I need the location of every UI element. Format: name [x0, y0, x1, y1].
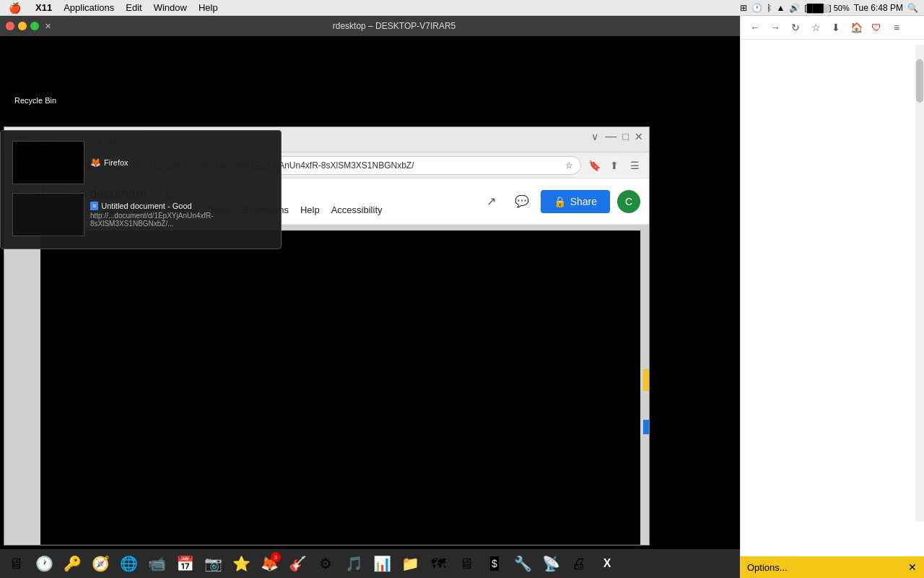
taskbar-firefox[interactable]: 🦊 3	[256, 551, 282, 577]
options-label[interactable]: Options...	[747, 562, 788, 573]
bw-chevron[interactable]: ∨	[591, 131, 598, 142]
rp-reload-button[interactable]: ↻	[787, 19, 804, 36]
share-button[interactable]: 🔒 Share	[541, 190, 610, 213]
menu-applications[interactable]: Applications	[64, 2, 114, 13]
taskbar-dashboard[interactable]: 📊	[369, 551, 395, 577]
taskbar-calendar[interactable]: 📅	[172, 551, 198, 577]
menu-x11[interactable]: X11	[35, 2, 52, 13]
taskbar-terminal[interactable]: $	[481, 551, 507, 577]
options-bar: Options... ✕	[740, 556, 924, 578]
tab-thumbnail-gdocs	[12, 193, 84, 236]
taskbar-finder[interactable]: 🖥	[3, 551, 29, 577]
tab-switcher-item-firefox[interactable]: 🦊 Firefox	[6, 137, 275, 189]
tab-switcher: 🦊 Firefox ≡ Untitled document - Good htt…	[0, 130, 282, 249]
recycle-bin[interactable]: 🗑 Recycle Bin	[14, 65, 56, 105]
comment-icon[interactable]: 💬	[510, 190, 533, 213]
right-panel-content	[741, 40, 924, 578]
x11-icon: X	[603, 557, 611, 570]
hamburger-icon[interactable]: ☰	[626, 157, 643, 174]
rp-home-button[interactable]: 🏠	[847, 19, 865, 36]
menu-edit[interactable]: Edit	[126, 2, 141, 13]
menubar-volume-icon: 🔊	[789, 3, 800, 13]
share-label: Share	[570, 196, 597, 207]
rdesktop-window: ✕ rdesktop – DESKTOP-V7IRAR5 🗑 Recycle B…	[0, 16, 740, 578]
keychain-icon: 🔑	[64, 555, 82, 572]
taskbar-maps[interactable]: 🗺	[425, 551, 451, 577]
menubar-bluetooth-icon: ᛒ	[767, 3, 772, 13]
share-icon[interactable]: ⬆	[606, 157, 623, 174]
world-clock-icon: 🕐	[35, 555, 53, 572]
taskbar-wifi[interactable]: 📡	[538, 551, 564, 577]
rp-menu-button[interactable]: ≡	[888, 19, 905, 36]
music-icon: 🎵	[345, 555, 363, 572]
rp-forward-button[interactable]: →	[767, 19, 784, 36]
traffic-lights	[6, 22, 39, 30]
scrollbar-thumb[interactable]	[916, 59, 923, 103]
network-icon: 🌐	[120, 555, 138, 572]
rdesktop-titlebar: ✕ rdesktop – DESKTOP-V7IRAR5	[0, 16, 740, 36]
menubar-wifi-icon: ▲	[776, 3, 785, 13]
menubar-time: Tue 6:48 PM	[854, 3, 903, 13]
mac-menubar: 🍎 X11 Applications Edit Window Help ⊞ 🕐 …	[0, 0, 924, 16]
options-close-icon[interactable]: ✕	[908, 561, 917, 573]
bw-maximize[interactable]: □	[623, 131, 629, 142]
menu-window[interactable]: Window	[154, 2, 187, 13]
gdocs-menu-help[interactable]: Help	[295, 203, 325, 217]
taskbar-x11[interactable]: X	[594, 551, 620, 577]
menubar-right: ⊞ 🕐 ᛒ ▲ 🔊 [███░] 50% Tue 6:48 PM 🔍	[740, 3, 918, 13]
gdocs-menu-accessibility[interactable]: Accessibility	[326, 203, 388, 217]
gdocs-document[interactable]	[40, 230, 640, 545]
taskbar-camera[interactable]: 📷	[200, 551, 226, 577]
trending-icon[interactable]: ↗	[480, 190, 503, 213]
taskbar-facetime[interactable]: 📹	[144, 551, 170, 577]
bw-minimize[interactable]: —	[606, 130, 617, 143]
apple-logo[interactable]: 🍎	[9, 2, 21, 14]
taskbar-prefs[interactable]: 🔧	[510, 551, 536, 577]
menubar-search-icon[interactable]: 🔍	[907, 3, 918, 13]
right-panel-toolbar: ← → ↻ ☆ ⬇ 🏠 🛡 ≡	[741, 16, 924, 40]
rp-download-button[interactable]: ⬇	[827, 19, 845, 36]
maximize-button[interactable]	[30, 22, 39, 30]
taskbar-settings[interactable]: ⚙	[313, 551, 339, 577]
recycle-bin-label: Recycle Bin	[14, 96, 56, 105]
bw-close[interactable]: ✕	[635, 131, 643, 142]
maps-icon: 🗺	[431, 556, 445, 572]
battery-indicator: [███░] 50%	[804, 4, 849, 12]
tab-title-gdocs: Untitled document - Good	[101, 202, 191, 210]
rp-adblocker-icon[interactable]: 🛡	[868, 19, 885, 36]
menubar-clock-icon: 🕐	[751, 3, 762, 13]
share-lock-icon: 🔒	[554, 196, 566, 207]
bookmark-icon[interactable]: 🔖	[585, 157, 603, 174]
taskbar-music[interactable]: 🎵	[341, 551, 367, 577]
taskbar-safari[interactable]: 🧭	[87, 551, 113, 577]
taskbar-world-clock[interactable]: 🕐	[31, 551, 57, 577]
taskbar-folder-blue[interactable]: 📁	[397, 551, 423, 577]
rp-back-button[interactable]: ←	[746, 19, 764, 36]
browser-window-controls: ∨ — □ ✕	[591, 130, 643, 143]
tab-thumbnail-firefox	[12, 141, 84, 184]
taskbar-monitor[interactable]: 🖥	[453, 551, 479, 577]
tab-info-firefox: 🦊 Firefox	[90, 158, 269, 168]
settings-icon: ⚙	[319, 555, 332, 572]
monitor-icon: 🖥	[459, 556, 474, 572]
menubar-grid-icon: ⊞	[740, 3, 747, 13]
menu-help[interactable]: Help	[199, 2, 218, 13]
taskbar-guitar[interactable]: 🎸	[284, 551, 310, 577]
minimize-button[interactable]	[18, 22, 27, 30]
calendar-icon: 📅	[176, 555, 194, 572]
taskbar-printer[interactable]: 🖨	[566, 551, 592, 577]
gdocs-content	[4, 225, 649, 545]
rdesktop-favicon: ✕	[45, 22, 51, 31]
tab-info-gdocs: ≡ Untitled document - Good http://...doc…	[90, 202, 269, 228]
taskbar-network[interactable]: 🌐	[116, 551, 141, 577]
guitar-icon: 🎸	[289, 555, 307, 572]
bookmark-star-icon[interactable]: ☆	[565, 160, 573, 171]
right-panel-scrollbar[interactable]	[915, 45, 924, 522]
tab-switcher-item-gdocs[interactable]: ≡ Untitled document - Good http://...doc…	[6, 189, 275, 241]
taskbar-star[interactable]: ⭐	[228, 551, 254, 577]
rd-content: 🗑 Recycle Bin 🦊 Firefox	[0, 36, 740, 578]
taskbar-keychain[interactable]: 🔑	[59, 551, 85, 577]
rp-bookmark-button[interactable]: ☆	[807, 19, 824, 36]
recycle-bin-icon: 🗑	[21, 65, 50, 94]
close-button[interactable]	[6, 22, 14, 30]
